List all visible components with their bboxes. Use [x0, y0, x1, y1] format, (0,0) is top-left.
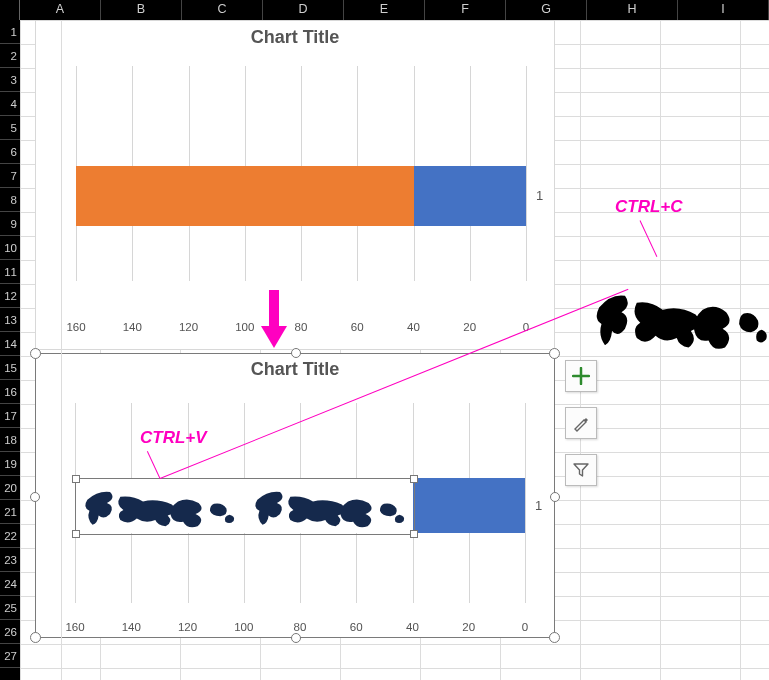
row-header-23[interactable]: 23: [0, 548, 20, 572]
x-tick-label: 20: [455, 621, 483, 633]
ctrl-c-annotation: CTRL+C: [615, 197, 683, 217]
row-header-17[interactable]: 17: [0, 404, 20, 428]
row-header-24[interactable]: 24: [0, 572, 20, 596]
x-tick-label: 80: [286, 621, 314, 633]
selection-handle[interactable]: [549, 632, 560, 643]
row-header-1[interactable]: 1: [0, 20, 20, 44]
x-tick-label: 100: [230, 621, 258, 633]
row-header-7[interactable]: 7: [0, 164, 20, 188]
chart2-title[interactable]: Chart Title: [35, 359, 555, 380]
chart1-y-category: 1: [536, 188, 543, 203]
row-header-21[interactable]: 21: [0, 500, 20, 524]
row-header-16[interactable]: 16: [0, 380, 20, 404]
row-header-13[interactable]: 13: [0, 308, 20, 332]
row-header-8[interactable]: 8: [0, 188, 20, 212]
chart2-y-category: 1: [535, 498, 542, 513]
selection-handle[interactable]: [291, 633, 301, 643]
row-header-11[interactable]: 11: [0, 260, 20, 284]
col-header-A[interactable]: A: [20, 0, 101, 20]
row-header-18[interactable]: 18: [0, 428, 20, 452]
row-header-19[interactable]: 19: [0, 452, 20, 476]
x-tick-label: 40: [399, 621, 427, 633]
spreadsheet-grid[interactable]: Chart Title 1 160140120100806040200: [20, 20, 769, 680]
column-header-row: A B C D E F G H I: [0, 0, 769, 20]
col-header-B[interactable]: B: [101, 0, 182, 20]
col-header-I[interactable]: I: [678, 0, 769, 20]
world-map-image[interactable]: [585, 250, 769, 405]
col-header-E[interactable]: E: [344, 0, 425, 20]
row-header-col: 1234567891011121314151617181920212223242…: [0, 20, 20, 680]
chart-filters-button[interactable]: [565, 454, 597, 486]
selection-handle[interactable]: [549, 348, 560, 359]
selection-handle[interactable]: [30, 492, 40, 502]
row-header-6[interactable]: 6: [0, 140, 20, 164]
gridline: [76, 66, 77, 281]
row-header-26[interactable]: 26: [0, 620, 20, 644]
ctrl-v-annotation: CTRL+V: [140, 428, 207, 448]
col-header-C[interactable]: C: [182, 0, 263, 20]
chart1-title[interactable]: Chart Title: [36, 27, 554, 48]
data-selection-box[interactable]: [75, 478, 415, 535]
chart-object-2[interactable]: Chart Title 1 1601: [35, 353, 555, 638]
row-header-27[interactable]: 27: [0, 644, 20, 668]
x-tick-label: 140: [117, 621, 145, 633]
row-header-15[interactable]: 15: [0, 356, 20, 380]
arrow-down-icon: [263, 290, 285, 350]
chart-object-1[interactable]: Chart Title 1 160140120100806040200: [35, 20, 555, 350]
row-header-2[interactable]: 2: [0, 44, 20, 68]
row-header-25[interactable]: 25: [0, 596, 20, 620]
gridline: [526, 66, 527, 281]
chart-styles-button[interactable]: [565, 407, 597, 439]
row-header-4[interactable]: 4: [0, 92, 20, 116]
chart1-series1-bar[interactable]: [414, 166, 527, 226]
gridline: [525, 403, 526, 603]
row-header-14[interactable]: 14: [0, 332, 20, 356]
row-header-9[interactable]: 9: [0, 212, 20, 236]
selection-handle[interactable]: [30, 632, 41, 643]
row-header-5[interactable]: 5: [0, 116, 20, 140]
col-header-H[interactable]: H: [587, 0, 678, 20]
row-header-12[interactable]: 12: [0, 284, 20, 308]
x-tick-label: 0: [511, 621, 539, 633]
row-header-10[interactable]: 10: [0, 236, 20, 260]
selection-handle[interactable]: [291, 348, 301, 358]
chart2-series1-bar[interactable]: [413, 478, 526, 533]
col-header-G[interactable]: G: [506, 0, 587, 20]
x-tick-label: 120: [174, 621, 202, 633]
row-header-20[interactable]: 20: [0, 476, 20, 500]
row-header-3[interactable]: 3: [0, 68, 20, 92]
x-tick-label: 60: [342, 621, 370, 633]
gridline: [75, 403, 76, 603]
select-all-corner[interactable]: [0, 0, 20, 20]
chart1-series2-bar[interactable]: [76, 166, 414, 226]
row-header-22[interactable]: 22: [0, 524, 20, 548]
selection-handle[interactable]: [550, 492, 560, 502]
selection-handle[interactable]: [30, 348, 41, 359]
col-header-F[interactable]: F: [425, 0, 506, 20]
col-header-D[interactable]: D: [263, 0, 344, 20]
x-tick-label: 160: [61, 621, 89, 633]
